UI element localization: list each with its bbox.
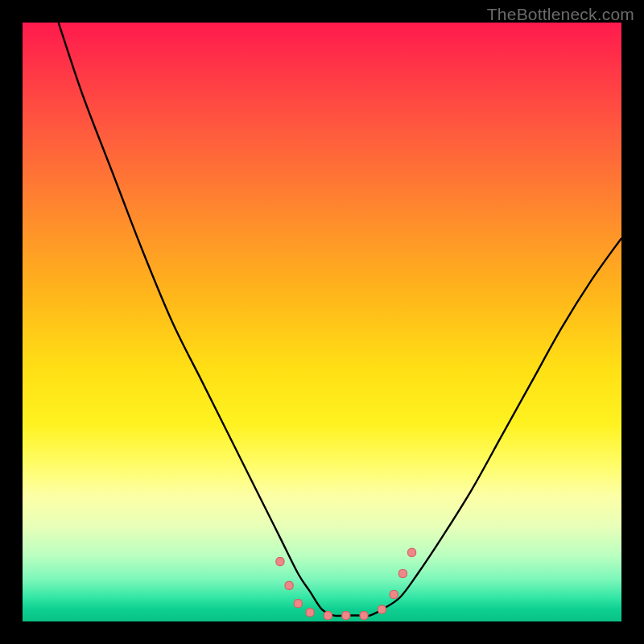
data-marker (408, 548, 416, 556)
data-marker (398, 569, 407, 577)
data-marker (276, 558, 284, 566)
curve-svg (23, 23, 621, 621)
data-marker (360, 612, 368, 620)
bottleneck-curve (59, 23, 621, 616)
plot-area (23, 23, 621, 621)
data-marker (324, 612, 332, 620)
data-marker (342, 612, 350, 620)
watermark-text: TheBottleneck.com (487, 5, 634, 24)
markers-group (276, 548, 416, 619)
data-marker (390, 591, 398, 599)
data-marker (378, 605, 386, 613)
data-marker (285, 581, 293, 589)
data-marker (294, 600, 302, 608)
data-marker (306, 609, 314, 617)
chart-frame: TheBottleneck.com (0, 0, 644, 644)
